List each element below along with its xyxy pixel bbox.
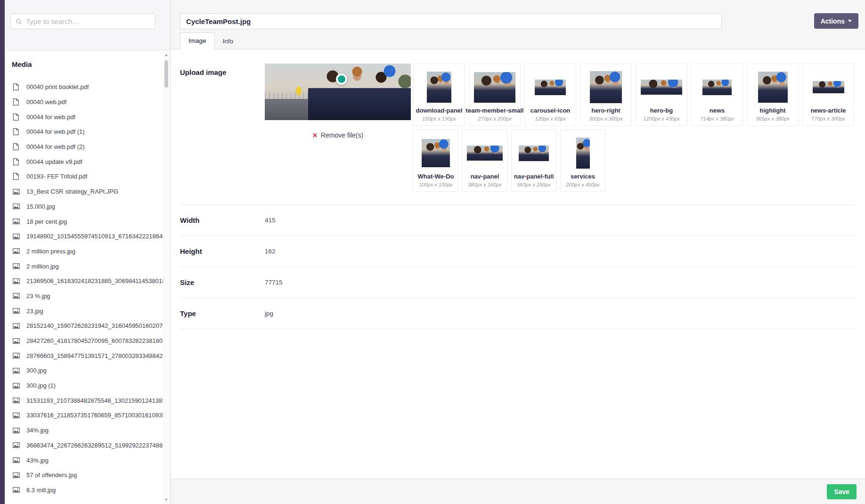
media-item-label: 18 per cent.jpg	[26, 218, 67, 225]
media-tree-item[interactable]: 300.jpg	[0, 363, 163, 378]
media-item-label: 2 million.jpg	[26, 263, 59, 270]
caret-down-icon	[848, 20, 852, 22]
media-tree-item[interactable]: 36863474_2267266263289512_51992922237488…	[0, 438, 163, 453]
crop-card[interactable]: news714px x 380px	[691, 64, 743, 126]
media-tree-item[interactable]: 21369506_1618302418231885_30698411453801…	[0, 274, 163, 289]
image-icon	[13, 338, 21, 344]
crop-card[interactable]: services200px x 450px	[560, 130, 605, 192]
image-icon	[13, 442, 21, 448]
image-icon	[13, 487, 21, 493]
crop-size: 365px x 380px	[756, 116, 790, 122]
save-button[interactable]: Save	[827, 484, 857, 499]
media-tree-list: 00040 print booklet.pdf00040 web.pdf0004…	[0, 80, 163, 497]
property-value: 77715	[265, 279, 283, 286]
media-tree-item[interactable]: 15,000.jpg	[0, 199, 163, 214]
media-tree-item[interactable]: 23.jpg	[0, 303, 163, 318]
filename-input[interactable]	[180, 13, 722, 29]
remove-files-link[interactable]: ✕Remove file(s)	[265, 131, 411, 139]
crop-size: 380px x 160px	[468, 182, 502, 187]
search-input[interactable]	[26, 17, 150, 25]
main-image-preview[interactable]	[265, 64, 411, 120]
upload-media-column: ✕Remove file(s)	[265, 64, 411, 139]
editor-tabs: Image Info	[180, 33, 241, 49]
sidebar-search-header	[0, 0, 170, 50]
crop-thumbnail	[474, 72, 515, 103]
crop-thumb-box	[471, 67, 519, 107]
media-tree-item[interactable]: 00044 for web.pdf (1)	[0, 124, 163, 139]
crop-size: 120px x 60px	[535, 116, 565, 122]
media-tree-item[interactable]: 28427260_418178045270095_600783282238180…	[0, 333, 163, 349]
crops-grid: download-panel150px x 190pxteam-member-s…	[413, 64, 856, 192]
media-editor-panel: Actions Image Info Upload image ✕Remove …	[171, 0, 865, 504]
media-item-label: 36863474_2267266263289512_51992922237488…	[26, 442, 163, 449]
crop-card[interactable]: carousel-icon120px x 60px	[524, 64, 576, 126]
crop-name: nav-panel	[471, 173, 499, 180]
media-tree-item[interactable]: 00040 web.pdf	[0, 95, 163, 110]
crop-thumb-box	[804, 67, 852, 107]
media-tree-item[interactable]: 00044 for web.pdf (2)	[0, 139, 163, 154]
crop-name: hero-bg	[650, 107, 673, 114]
crop-card[interactable]: team-member-small270px x 200px	[469, 64, 521, 126]
media-tree-item[interactable]: 43%.jpg	[0, 453, 163, 468]
focal-point-handle[interactable]	[336, 73, 347, 85]
sidebar-scrollbar[interactable]: ▲ ▼	[163, 51, 170, 504]
media-item-label: 43%.jpg	[26, 457, 49, 464]
media-tree-item[interactable]: 00044 for web.pdf	[0, 109, 163, 124]
crop-card[interactable]: hero-bg1200px x 430px	[636, 64, 687, 126]
image-icon	[13, 428, 21, 433]
media-tree-item[interactable]: 00040 print booklet.pdf	[0, 80, 163, 95]
crop-thumb-box	[526, 67, 574, 107]
tab-image[interactable]: Image	[180, 33, 215, 49]
remove-x-icon: ✕	[312, 132, 318, 139]
crop-size: 300px x 300px	[589, 116, 623, 122]
crop-card[interactable]: news-article770px x 300px	[802, 64, 854, 126]
media-tree-item[interactable]: 6.3 mill.jpg	[0, 483, 163, 498]
image-icon	[13, 248, 21, 254]
crop-thumb-box	[464, 133, 506, 173]
document-icon	[13, 158, 21, 165]
scroll-up-icon[interactable]: ▲	[163, 52, 170, 58]
image-icon	[13, 293, 21, 299]
crop-card[interactable]: download-panel150px x 190px	[413, 64, 465, 126]
tab-info[interactable]: Info	[215, 33, 242, 49]
media-tree-item[interactable]: 28766603_158947751391571_278003283348842…	[0, 348, 163, 363]
media-item-label: 300.jpg (1)	[26, 382, 56, 389]
media-tree-item[interactable]: 28152140_159072628231942_316045950160207…	[0, 318, 163, 333]
scroll-thumb[interactable]	[164, 60, 168, 88]
media-tree-item[interactable]: 19148902_10154555974510913_6716342221864…	[0, 229, 163, 244]
crop-name: news	[710, 107, 725, 114]
media-tree-item[interactable]: 18 per cent.jpg	[0, 214, 163, 229]
media-tree-item[interactable]: 57 of offenders.jpg	[0, 468, 163, 483]
editor-header: Actions Image Info	[171, 0, 865, 49]
crop-card[interactable]: What-We-Do100px x 100px	[413, 130, 458, 192]
media-tree-item[interactable]: 2 million.jpg	[0, 259, 163, 274]
media-tree-item[interactable]: 2 million press.jpg	[0, 244, 163, 259]
crop-card[interactable]: nav-panel-full560px x 290px	[511, 130, 556, 192]
crop-size: 150px x 190px	[422, 116, 456, 122]
document-icon	[13, 143, 21, 150]
crop-size: 200px x 450px	[566, 182, 600, 187]
media-item-label: 300.jpg	[26, 367, 47, 374]
media-tree-item[interactable]: 300.jpg (1)	[0, 378, 163, 393]
crop-name: services	[571, 173, 595, 180]
media-tree-item[interactable]: 33037616_2118537351760659_85710030161093…	[0, 408, 163, 423]
image-icon	[13, 383, 21, 389]
media-tree-item[interactable]: 34%.jpg	[0, 423, 163, 438]
crop-card[interactable]: highlight365px x 380px	[747, 64, 799, 126]
crop-size: 100px x 100px	[419, 182, 453, 187]
crop-card[interactable]: nav-panel380px x 160px	[462, 130, 507, 192]
actions-button[interactable]: Actions	[814, 13, 858, 29]
media-tree-item[interactable]: 00044 update v9.pdf	[0, 154, 163, 169]
media-tree-item[interactable]: 23 %.jpg	[0, 289, 163, 304]
crop-size: 270px x 200px	[478, 116, 512, 122]
media-tree-item[interactable]: 13_Best CSR strategy_RAPt.JPG	[0, 184, 163, 199]
crop-card[interactable]: hero-right300px x 300px	[580, 64, 632, 126]
property-value: 415	[265, 217, 276, 224]
media-item-label: 28766603_158947751391571_278003283348842…	[26, 352, 163, 359]
media-tree-item[interactable]: 00193- FEF Trifold.pdf	[0, 169, 163, 184]
document-icon	[13, 83, 21, 90]
media-item-label: 00044 for web.pdf (1)	[26, 128, 85, 135]
document-icon	[13, 128, 21, 135]
scroll-down-icon[interactable]: ▼	[163, 496, 170, 503]
media-tree-item[interactable]: 31531193_2107388482875546_13021590124138…	[0, 393, 163, 408]
